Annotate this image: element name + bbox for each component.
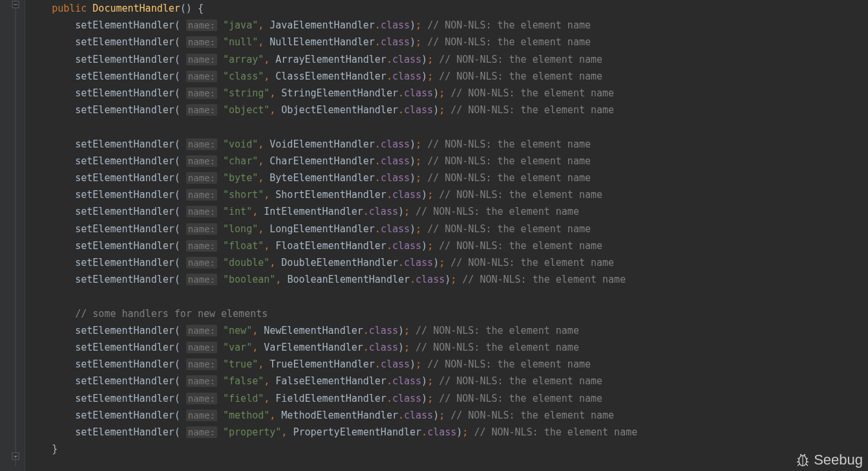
semicolon: ; (416, 172, 427, 184)
paren-close: ) (421, 71, 427, 82)
code-line[interactable]: setElementHandler( name: "var", VarEleme… (28, 339, 637, 356)
svg-line-13 (806, 464, 808, 466)
closing-brace: } (52, 443, 58, 455)
code-line[interactable]: setElementHandler( name: "double", Doubl… (28, 254, 637, 271)
method-call: setElementHandler (75, 189, 175, 201)
fold-indicators-icon (0, 0, 25, 471)
paren-close: ) (410, 172, 416, 184)
string-literal: "class" (223, 71, 264, 82)
semicolon: ; (439, 410, 450, 421)
code-line[interactable]: setElementHandler( name: "array", ArrayE… (28, 51, 637, 68)
eol-comment: // NON-NLS: the element name (450, 104, 614, 116)
param-hint: name: (186, 71, 217, 82)
code-line[interactable]: setElementHandler( name: "false", FalseE… (28, 373, 637, 389)
code-line[interactable]: setElementHandler( name: "boolean", Bool… (28, 271, 637, 288)
handler-class: FalseElementHandler (275, 375, 386, 387)
dot: . (386, 189, 392, 201)
code-line[interactable]: setElementHandler( name: "short", ShortE… (28, 186, 637, 203)
paren-open: ( (175, 104, 186, 116)
code-line[interactable]: setElementHandler( name: "long", LongEle… (28, 221, 637, 237)
method-call: setElementHandler (75, 54, 175, 65)
handler-class: ObjectElementHandler (281, 104, 398, 116)
code-line[interactable]: setElementHandler( name: "null", NullEle… (28, 34, 637, 50)
eol-comment: // NON-NLS: the element name (427, 138, 591, 150)
code-editor-content[interactable]: public DocumentHandler() { setElementHan… (28, 0, 637, 457)
comma: , (275, 274, 287, 285)
semicolon: ; (427, 375, 439, 387)
paren-open: ( (175, 325, 186, 336)
code-line[interactable]: setElementHandler( name: "char", CharEle… (28, 153, 637, 170)
code-line[interactable]: setElementHandler( name: "new", NewEleme… (28, 322, 637, 339)
class-field: class (381, 223, 410, 235)
code-line[interactable]: setElementHandler( name: "field", FieldE… (28, 390, 637, 407)
watermark-text: Seebug (814, 452, 863, 468)
dot: . (398, 104, 404, 116)
eol-comment: // NON-NLS: the element name (427, 36, 591, 48)
paren-close: ) (433, 257, 439, 268)
dot: . (363, 325, 369, 336)
string-literal: "new" (223, 325, 252, 336)
handler-class: BooleanElementHandler (287, 274, 410, 285)
code-line[interactable]: setElementHandler( name: "class", ClassE… (28, 68, 637, 85)
paren-close: ) (410, 19, 416, 31)
editor-gutter[interactable] (0, 0, 25, 471)
param-hint: name: (186, 274, 217, 285)
dot: . (398, 410, 404, 421)
paren-close: ) (398, 342, 404, 353)
method-call: setElementHandler (75, 19, 175, 31)
code-line[interactable]: setElementHandler( name: "float", FloatE… (28, 237, 637, 254)
semicolon: ; (427, 189, 439, 201)
handler-class: ShortElementHandler (275, 189, 386, 201)
comma: , (252, 342, 264, 353)
paren-open: ( (175, 426, 186, 438)
paren-close: ) (398, 325, 404, 336)
code-line[interactable]: setElementHandler( name: "object", Objec… (28, 102, 637, 118)
param-hint: name: (186, 172, 217, 184)
method-call: setElementHandler (75, 71, 175, 82)
code-line[interactable]: } (28, 441, 637, 457)
code-line[interactable]: setElementHandler( name: "java", JavaEle… (28, 17, 637, 34)
eol-comment: // NON-NLS: the element name (474, 426, 637, 438)
blank-line (28, 288, 637, 305)
class-field: class (381, 358, 410, 370)
code-line[interactable]: // some handlers for new elements (28, 305, 637, 322)
paren-close: ) (433, 410, 439, 421)
dot: . (386, 240, 392, 252)
dot: . (375, 172, 381, 184)
method-call: setElementHandler (75, 172, 175, 184)
handler-class: TrueElementHandler (270, 358, 375, 370)
paren-open: ( (175, 138, 186, 150)
semicolon: ; (416, 138, 427, 150)
param-hint: name: (186, 240, 217, 252)
code-line[interactable]: setElementHandler( name: "true", TrueEle… (28, 356, 637, 373)
code-line[interactable]: setElementHandler( name: "method", Metho… (28, 407, 637, 424)
param-hint: name: (186, 104, 217, 116)
method-call: setElementHandler (75, 393, 175, 404)
paren-close: ) (456, 426, 462, 438)
param-hint: name: (186, 342, 217, 353)
param-hint: name: (186, 375, 217, 387)
code-line[interactable]: public DocumentHandler() { (28, 0, 637, 17)
dot: . (398, 87, 404, 99)
svg-point-14 (800, 454, 801, 455)
code-line[interactable]: setElementHandler( name: "string", Strin… (28, 85, 637, 102)
code-line[interactable]: setElementHandler( name: "int", IntEleme… (28, 203, 637, 220)
dot: . (398, 257, 404, 268)
code-line[interactable]: setElementHandler( name: "void", VoidEle… (28, 136, 637, 153)
eol-comment: // NON-NLS: the element name (416, 325, 579, 336)
code-line[interactable]: setElementHandler( name: "byte", ByteEle… (28, 170, 637, 186)
semicolon: ; (416, 155, 427, 167)
string-literal: "byte" (223, 172, 258, 184)
handler-class: FieldElementHandler (275, 393, 386, 404)
class-field: class (392, 54, 421, 65)
handler-class: MethodElementHandler (281, 410, 398, 421)
paren-close: ) (410, 155, 416, 167)
comma: , (281, 426, 293, 438)
string-literal: "void" (223, 138, 258, 150)
semicolon: ; (427, 393, 439, 404)
code-line[interactable]: setElementHandler( name: "property", Pro… (28, 424, 637, 441)
eol-comment: // NON-NLS: the element name (416, 342, 579, 353)
class-field: class (381, 155, 410, 167)
eol-comment: // NON-NLS: the element name (427, 172, 591, 184)
handler-class: DoubleElementHandler (281, 257, 398, 268)
